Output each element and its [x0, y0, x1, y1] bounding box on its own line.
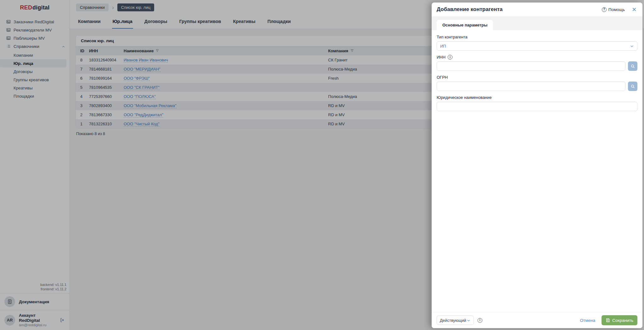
counterparty-type-value: ИП [440, 44, 630, 48]
save-icon [606, 318, 610, 322]
ogrn-search-button[interactable] [628, 82, 637, 91]
inn-label-row: ИНН i [437, 55, 637, 60]
drawer-body: Тип контрагента ИП ИНН i ОГРН [432, 30, 642, 312]
app-root: REDdigital Заказчики RedDigital Рекламод… [0, 0, 644, 330]
drawer-title: Добавление контрагента [437, 6, 602, 13]
cancel-button[interactable]: Отмена [580, 318, 595, 323]
info-circle-icon: i [478, 318, 482, 323]
legal-name-label: Юридическое наименование [437, 95, 637, 100]
counterparty-type-select[interactable]: ИП [437, 41, 637, 51]
close-icon[interactable] [632, 7, 637, 12]
add-counterparty-drawer: Добавление контрагента ? Помощь Основные… [432, 3, 642, 328]
ogrn-input-row [437, 82, 637, 91]
inn-label: ИНН [437, 55, 445, 60]
save-button-label: Сохранить [612, 318, 633, 323]
inn-input-row [437, 61, 637, 71]
drawer-header: Добавление контрагента ? Помощь [432, 3, 642, 17]
type-label: Тип контрагента [437, 35, 637, 39]
chevron-down-icon [630, 44, 634, 48]
save-button[interactable]: Сохранить [602, 315, 637, 325]
help-label: Помощь [608, 7, 625, 12]
drawer-footer: Действующий i Отмена Сохранить [432, 312, 642, 328]
info-circle-icon: i [448, 55, 452, 60]
inn-input[interactable] [437, 61, 625, 71]
ogrn-label: ОГРН [437, 75, 637, 80]
question-circle-icon: ? [602, 7, 607, 12]
drawer-tabs: Основные параметры [432, 17, 642, 30]
ogrn-input[interactable] [437, 82, 625, 91]
help-button[interactable]: ? Помощь [602, 7, 625, 12]
chevron-down-icon [467, 318, 471, 322]
status-value: Действующий [440, 318, 467, 323]
inn-search-button[interactable] [628, 61, 637, 71]
search-icon [630, 84, 635, 89]
status-select[interactable]: Действующий [437, 316, 474, 325]
legal-name-input[interactable] [437, 102, 637, 111]
search-icon [630, 64, 635, 69]
tab-main-parameters[interactable]: Основные параметры [437, 20, 493, 30]
